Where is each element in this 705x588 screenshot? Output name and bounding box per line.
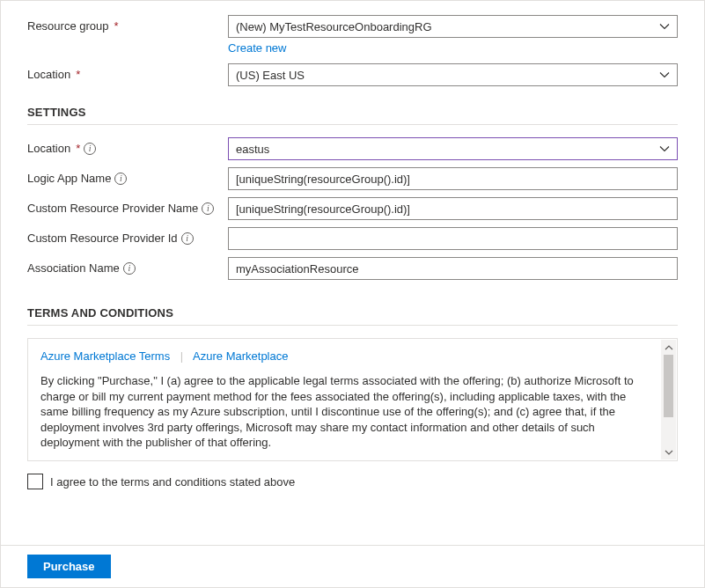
divider-pipe: | [180, 349, 183, 363]
divider [27, 325, 678, 326]
azure-marketplace-terms-link[interactable]: Azure Marketplace Terms [40, 349, 170, 363]
logic-app-name-input[interactable] [228, 167, 678, 190]
scrollbar[interactable] [661, 340, 676, 459]
chevron-down-icon [659, 143, 670, 154]
scroll-up-icon[interactable] [661, 340, 676, 355]
resource-group-select[interactable]: (New) MyTestResourceOnboardingRG [228, 15, 678, 38]
info-icon[interactable]: i [114, 173, 127, 185]
terms-heading: TERMS AND CONDITIONS [27, 306, 678, 320]
agree-checkbox[interactable] [27, 474, 43, 489]
custom-rp-name-label: Custom Resource Provider Name [27, 202, 198, 215]
info-icon[interactable]: i [181, 232, 194, 245]
association-name-label: Association Name [27, 261, 120, 275]
location-basics-value: (US) East US [236, 69, 305, 82]
chevron-down-icon [659, 21, 670, 32]
required-asterisk: * [114, 19, 119, 33]
logic-app-name-label: Logic App Name [27, 172, 111, 185]
info-icon[interactable]: i [123, 262, 136, 275]
terms-box: Azure Marketplace Terms | Azure Marketpl… [27, 338, 678, 461]
resource-group-label: Resource group [27, 19, 109, 33]
location-basics-select[interactable]: (US) East US [228, 63, 678, 86]
association-name-input[interactable] [228, 257, 678, 280]
custom-rp-id-input[interactable] [228, 227, 678, 250]
scroll-thumb[interactable] [664, 355, 673, 417]
terms-body-text: By clicking "Purchase," I (a) agree to t… [40, 373, 656, 451]
scroll-track[interactable] [661, 355, 676, 445]
resource-group-value: (New) MyTestResourceOnboardingRG [236, 20, 432, 33]
purchase-button[interactable]: Purchase [27, 555, 111, 578]
create-new-link[interactable]: Create new [228, 41, 286, 55]
azure-marketplace-link[interactable]: Azure Marketplace [193, 349, 288, 363]
settings-location-value: eastus [236, 143, 269, 156]
info-icon[interactable]: i [84, 143, 96, 155]
location-basics-label: Location [27, 68, 70, 81]
divider [27, 124, 678, 125]
required-asterisk: * [76, 142, 80, 155]
settings-location-label: Location [27, 142, 70, 155]
custom-rp-id-label: Custom Resource Provider Id [27, 232, 178, 245]
custom-rp-name-input[interactable] [228, 197, 678, 220]
settings-heading: SETTINGS [27, 106, 678, 119]
agree-label: I agree to the terms and conditions stat… [50, 475, 295, 489]
scroll-down-icon[interactable] [661, 445, 676, 459]
settings-location-select[interactable]: eastus [228, 137, 678, 160]
info-icon[interactable]: i [202, 202, 214, 215]
chevron-down-icon [659, 70, 670, 80]
required-asterisk: * [76, 68, 80, 81]
